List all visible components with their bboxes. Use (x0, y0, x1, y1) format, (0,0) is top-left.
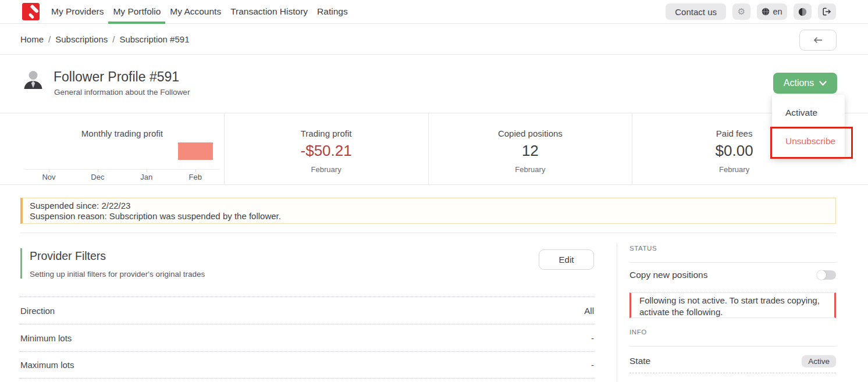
info-section-header: INFO (629, 329, 647, 335)
following-inactive-alert: Following is not active. To start trades… (629, 292, 836, 318)
provider-filters-title: Provider Filters (30, 249, 594, 263)
monthly-chart-axis (24, 169, 220, 170)
breadcrumb: Home / Subscriptions / Subscription #591 (20, 34, 190, 44)
copy-new-positions-toggle[interactable] (817, 270, 836, 280)
page-title: Follower Profile #591 (54, 69, 179, 85)
toggle-knob (817, 270, 826, 280)
stat-period: February (225, 165, 428, 174)
contact-us-button[interactable]: Contact us (666, 3, 726, 20)
chart-axis-tick (195, 169, 196, 172)
copy-new-positions-row: Copy new positions (629, 270, 836, 280)
chart-axis-label: Dec (73, 173, 122, 181)
chart-bar-feb (178, 142, 213, 160)
stat-period: February (632, 165, 836, 174)
gear-icon: ⚙ (738, 8, 745, 16)
stat-value: 12 (429, 142, 632, 160)
monthly-chart-bars (24, 142, 220, 169)
page: My Providers My Portfolio My Accounts Tr… (0, 0, 868, 382)
settings-button[interactable]: ⚙ (732, 3, 750, 20)
filter-rows: Direction All Minimum lots - Maximum lot… (20, 297, 594, 379)
chart-axis-label: Feb (171, 173, 220, 181)
top-navigation-bar: My Providers My Portfolio My Accounts Tr… (0, 0, 868, 24)
section-divider (20, 233, 836, 233)
arrow-left-icon (813, 36, 823, 44)
filter-label: Direction (20, 306, 55, 316)
chart-axis-label: Nov (24, 173, 73, 181)
copy-new-positions-label: Copy new positions (629, 270, 707, 280)
main-nav: My Providers My Portfolio My Accounts Tr… (47, 0, 353, 24)
chart-axis-tick (49, 169, 49, 172)
breadcrumb-current: Subscription #591 (119, 34, 189, 44)
contrast-icon (798, 8, 807, 16)
stats-strip: Monthly trading profit NovDecJanFeb Trad… (0, 113, 868, 185)
actions-button[interactable]: Actions (773, 73, 837, 94)
chart-title: Monthly trading profit (20, 128, 224, 138)
breadcrumb-home[interactable]: Home (20, 34, 44, 44)
provider-filters-header: Provider Filters Setting up initial filt… (20, 248, 594, 279)
menu-item-activate[interactable]: Activate (785, 108, 817, 118)
filter-value: - (591, 333, 594, 343)
chart-axis-tick (147, 169, 147, 172)
back-button[interactable] (799, 30, 837, 51)
filter-value: - (591, 360, 594, 370)
page-subtitle: General information about the Follower (54, 88, 190, 97)
chevron-down-icon (819, 81, 827, 86)
actions-button-label: Actions (784, 78, 814, 88)
stat-copied-positions: Copied positions 12 February (428, 113, 632, 184)
provider-filters-subtitle: Setting up initial filters for provider'… (30, 270, 594, 279)
theme-toggle-button[interactable] (794, 3, 812, 20)
filter-row-maximum-lots: Maximum lots - (20, 351, 594, 379)
stat-trading-profit: Trading profit -$50.21 February (224, 113, 428, 184)
menu-item-unsubscribe[interactable]: Unsubscribe (785, 136, 835, 147)
suspension-alert: Suspended since: 2/22/23 Suspension reas… (20, 198, 836, 224)
nav-item-ratings[interactable]: Ratings (312, 0, 353, 24)
actions-dropdown-menu: Activate Unsubscribe (772, 95, 845, 159)
breadcrumb-separator: / (112, 34, 115, 44)
edit-filters-button[interactable]: Edit (539, 249, 594, 270)
language-label: en (773, 7, 782, 16)
globe-icon (762, 8, 770, 16)
filter-label: Minimum lots (20, 333, 72, 343)
dashed-divider (629, 373, 836, 373)
filter-value: All (584, 306, 594, 316)
follower-avatar (22, 69, 44, 91)
divider (629, 262, 836, 263)
brand-logo-icon[interactable] (22, 3, 40, 20)
stat-monthly-trading-profit: Monthly trading profit NovDecJanFeb (20, 113, 224, 184)
breadcrumb-separator: / (48, 34, 51, 44)
logout-button[interactable] (818, 3, 836, 20)
state-label: State (629, 356, 650, 366)
breadcrumb-row: Home / Subscriptions / Subscription #591 (0, 24, 868, 55)
stat-value: -$50.21 (225, 142, 428, 160)
filter-row-minimum-lots: Minimum lots - (20, 324, 594, 351)
nav-item-my-accounts[interactable]: My Accounts (165, 0, 226, 24)
breadcrumb-subscriptions[interactable]: Subscriptions (55, 34, 108, 44)
stat-period: February (429, 165, 632, 174)
stat-label: Trading profit (225, 128, 428, 138)
state-badge: Active (802, 355, 836, 367)
status-section-header: STATUS (629, 245, 657, 252)
content-sidebar-divider (617, 243, 617, 382)
stat-label: Copied positions (429, 128, 632, 138)
nav-item-my-providers[interactable]: My Providers (47, 0, 108, 24)
language-button[interactable]: en (757, 3, 787, 20)
chart-axis-label: Jan (122, 173, 171, 181)
logout-icon (823, 8, 831, 16)
state-row: State Active (629, 351, 836, 371)
nav-item-my-portfolio[interactable]: My Portfolio (108, 0, 165, 24)
filter-label: Maximum lots (20, 360, 74, 370)
suspension-since-text: Suspended since: 2/22/23 (30, 201, 828, 211)
monthly-chart-labels: NovDecJanFeb (24, 173, 220, 181)
chart-axis-tick (98, 169, 98, 172)
topbar-actions: Contact us ⚙ en (666, 3, 836, 20)
suspension-reason-text: Suspension reason: Subscription was susp… (30, 211, 828, 222)
nav-item-transaction-history[interactable]: Transaction History (226, 0, 312, 24)
filter-row-direction: Direction All (20, 297, 594, 324)
divider (629, 346, 836, 347)
